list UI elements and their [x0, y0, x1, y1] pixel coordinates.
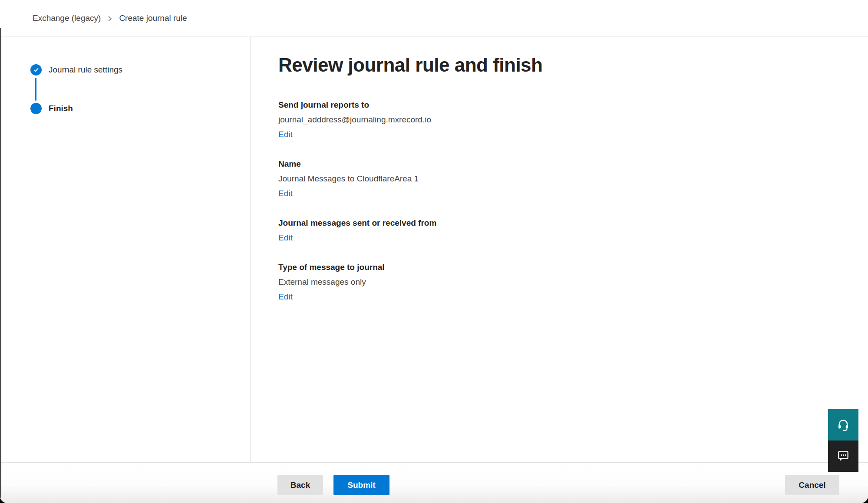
section-label: Name — [278, 159, 756, 169]
wizard-step-journal-rule-settings[interactable]: Journal rule settings — [30, 64, 122, 76]
breadcrumb: Exchange (legacy) Create journal rule — [33, 0, 187, 36]
section-label: Journal messages sent or received from — [278, 218, 756, 228]
floating-button-stack — [828, 409, 858, 472]
section-value: External messages only — [278, 277, 756, 287]
edit-link-send-journal-reports-to[interactable]: Edit — [278, 129, 293, 140]
edit-link-journal-messages[interactable]: Edit — [278, 233, 293, 243]
review-panel: Review journal rule and finish Send jour… — [278, 36, 756, 302]
header-bar: Exchange (legacy) Create journal rule — [0, 0, 868, 36]
check-icon — [30, 64, 42, 76]
wizard-step-label: Finish — [49, 103, 73, 114]
review-section-name: Name Journal Messages to CloudflareArea … — [278, 159, 756, 199]
submit-button[interactable]: Submit — [333, 475, 389, 495]
breadcrumb-link-exchange-legacy[interactable]: Exchange (legacy) — [33, 13, 101, 23]
section-value: Journal Messages to CloudflareArea 1 — [278, 174, 756, 184]
wizard-step-label: Journal rule settings — [49, 64, 122, 76]
breadcrumb-current-page: Create journal rule — [119, 13, 187, 23]
help-button[interactable] — [828, 409, 858, 441]
review-section-send-journal-reports-to: Send journal reports to journal_adddress… — [278, 100, 756, 140]
headset-icon — [837, 418, 850, 432]
page-title: Review journal rule and finish — [278, 54, 756, 76]
section-label: Send journal reports to — [278, 100, 756, 110]
filled-dot-icon — [30, 103, 42, 114]
edit-link-type-of-message[interactable]: Edit — [278, 292, 293, 302]
wizard-step-finish[interactable]: Finish — [30, 103, 73, 114]
edit-link-name[interactable]: Edit — [278, 188, 293, 199]
back-button[interactable]: Back — [277, 475, 323, 495]
chat-icon — [837, 449, 850, 464]
cancel-button[interactable]: Cancel — [785, 475, 839, 495]
window-left-edge — [0, 28, 1, 498]
review-section-type-of-message: Type of message to journal External mess… — [278, 262, 756, 302]
chevron-right-icon — [107, 16, 113, 22]
section-value: journal_adddress@journaling.mxrecord.io — [278, 115, 756, 125]
footer-action-bar: Back Submit Cancel — [0, 462, 868, 503]
section-label: Type of message to journal — [278, 262, 756, 273]
wizard-step-connector — [35, 78, 36, 101]
feedback-button[interactable] — [828, 441, 858, 472]
wizard-sidebar: Journal rule settings Finish — [0, 37, 251, 462]
app-window: Exchange (legacy) Create journal rule Jo… — [0, 0, 868, 503]
review-section-journal-messages-sent-or-received-from: Journal messages sent or received from E… — [278, 218, 756, 243]
